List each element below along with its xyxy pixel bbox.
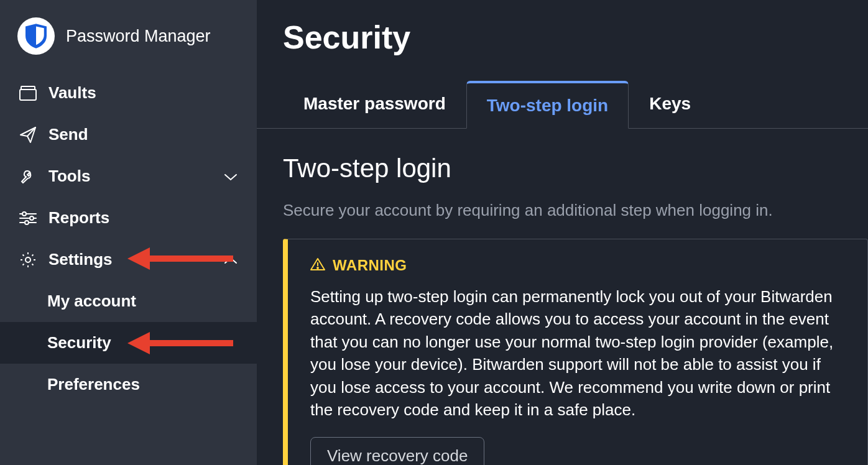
page-title: Security: [283, 19, 868, 56]
warning-triangle-icon: [310, 257, 325, 274]
sidebar-item-label: Reports: [48, 208, 109, 228]
section-description: Secure your account by requiring an addi…: [283, 201, 868, 220]
subnav-item-security[interactable]: Security: [0, 322, 257, 364]
svg-point-10: [317, 267, 318, 269]
tab-two-step-login[interactable]: Two-step login: [466, 81, 629, 129]
chevron-down-icon: [223, 167, 238, 186]
subnav-item-preferences[interactable]: Preferences: [0, 364, 257, 405]
settings-subnav: My account Security Preferences: [0, 280, 257, 405]
sidebar-item-send[interactable]: Send: [0, 114, 257, 155]
wrench-icon: [19, 167, 37, 186]
sidebar: Password Manager Vaults Send Tools Repor…: [0, 0, 257, 465]
svg-point-5: [30, 216, 34, 220]
tab-master-password[interactable]: Master password: [283, 81, 466, 128]
sidebar-item-label: Send: [48, 125, 88, 144]
send-icon: [19, 126, 37, 144]
vault-icon: [19, 84, 37, 103]
gear-icon: [19, 251, 37, 269]
sidebar-item-label: Settings: [48, 250, 113, 269]
warning-text: Setting up two-step login can permanentl…: [310, 285, 845, 421]
chevron-up-icon: [223, 250, 238, 269]
sidebar-item-tools[interactable]: Tools: [0, 155, 257, 197]
main-content: Security Master password Two-step login …: [257, 0, 868, 465]
view-recovery-code-button[interactable]: View recovery code: [310, 437, 484, 465]
svg-point-7: [25, 221, 29, 224]
annotation-arrow-icon: [127, 329, 233, 357]
sliders-icon: [19, 209, 37, 228]
annotation-arrow-icon: [127, 245, 233, 272]
subnav-item-label: Security: [47, 333, 111, 352]
warning-callout: WARNING Setting up two-step login can pe…: [283, 239, 868, 465]
svg-point-8: [25, 257, 30, 262]
sidebar-item-label: Vaults: [48, 83, 96, 103]
tabs: Master password Two-step login Keys: [257, 81, 868, 129]
brand-title: Password Manager: [66, 27, 211, 46]
subnav-item-my-account[interactable]: My account: [0, 280, 257, 322]
section-title: Two-step login: [283, 154, 868, 183]
svg-point-3: [22, 212, 26, 216]
brand-header: Password Manager: [0, 17, 257, 72]
sidebar-item-label: Tools: [48, 167, 90, 186]
warning-label: WARNING: [333, 257, 407, 274]
sidebar-item-vaults[interactable]: Vaults: [0, 72, 257, 114]
svg-rect-1: [21, 86, 35, 90]
shield-logo-icon: [17, 17, 55, 55]
sidebar-item-settings[interactable]: Settings: [0, 239, 257, 280]
warning-header: WARNING: [310, 257, 845, 274]
sidebar-item-reports[interactable]: Reports: [0, 197, 257, 239]
svg-rect-0: [20, 90, 36, 100]
tab-keys[interactable]: Keys: [629, 81, 711, 128]
